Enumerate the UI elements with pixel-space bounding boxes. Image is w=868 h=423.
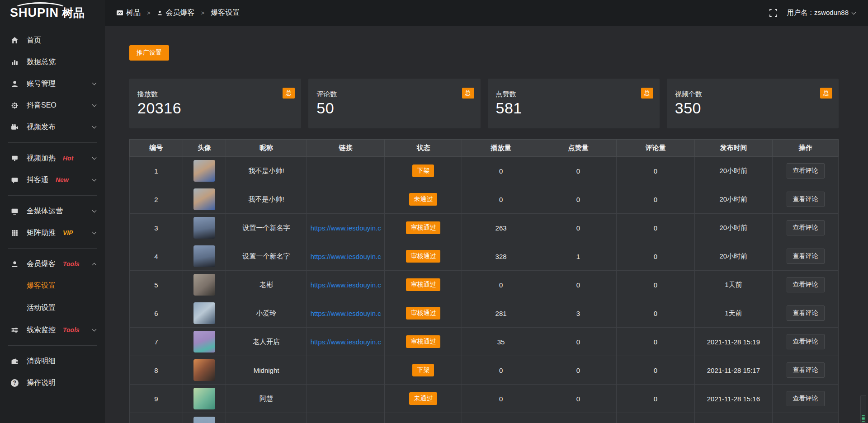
sliders-icon — [11, 326, 19, 334]
video-link[interactable]: https://www.iesdouyin.c — [307, 310, 384, 317]
sidebar-item-label: 矩阵助推 — [27, 228, 56, 238]
sidebar-item-home[interactable]: 首页 — [0, 29, 105, 51]
sidebar-item-label: 会员爆客 — [27, 259, 56, 269]
user-icon — [157, 10, 163, 16]
scroll-indicator[interactable] — [860, 395, 866, 423]
view-comments-button[interactable]: 查看评论 — [787, 249, 825, 264]
sidebar-item-label: 操作说明 — [27, 378, 56, 388]
column-header: 评论量 — [617, 140, 694, 157]
app-logo: SHUPIN 树品 — [0, 0, 105, 25]
nickname: 我不是小帅! — [226, 185, 307, 214]
sidebar-item-douketong[interactable]: 抖客通 New — [0, 169, 105, 191]
sidebar-item-label: 消费明细 — [27, 357, 56, 366]
table-row: 3 设置一个新名字 https://www.iesdouyin.c 审核通过 2… — [130, 214, 839, 242]
menu-divider — [8, 248, 97, 249]
breadcrumb-item-member-baoke[interactable]: 会员爆客 — [157, 8, 211, 18]
sidebar-subitem-activity-settings[interactable]: 活动设置 — [0, 297, 105, 319]
status-badge: 审核通过 — [406, 307, 440, 320]
sidebar-item-account-mgmt[interactable]: 账号管理 — [0, 73, 105, 94]
view-comments-button[interactable]: 查看评论 — [787, 334, 825, 349]
status-badge: 未通过 — [409, 193, 437, 206]
menu-divider — [8, 142, 97, 143]
likes-count — [540, 413, 616, 423]
sidebar-subitem-baoke-settings[interactable]: 爆客设置 — [0, 275, 105, 297]
video-link[interactable]: https://www.iesdouyin.c — [307, 281, 384, 289]
video-link[interactable]: https://www.iesdouyin.c — [307, 253, 384, 260]
video-link[interactable]: https://www.iesdouyin.c — [307, 224, 384, 232]
sidebar-item-video-heat[interactable]: 视频加热 Hot — [0, 147, 105, 169]
status-badge: 审核通过 — [406, 278, 440, 291]
user-menu[interactable]: 用户名：zswodun88 — [787, 9, 855, 17]
publish-time: 2021-11-28 15:16 — [694, 385, 772, 413]
row-number: 1 — [130, 157, 183, 185]
sidebar-item-media-operation[interactable]: 全媒体运营 — [0, 200, 105, 222]
avatar — [193, 417, 215, 423]
plays-count: 0 — [462, 157, 540, 185]
likes-count: 0 — [540, 356, 616, 385]
total-badge: 总 — [283, 88, 295, 99]
stat-label: 点赞数 — [496, 90, 651, 99]
display-icon — [11, 155, 19, 162]
sidebar-item-douyin-seo[interactable]: 抖音SEO — [0, 94, 105, 116]
stat-value: 50 — [316, 99, 472, 117]
view-comments-button[interactable]: 查看评论 — [787, 362, 825, 378]
stat-value: 581 — [496, 99, 651, 117]
sidebar-subitem-label: 活动设置 — [27, 303, 56, 313]
sidebar-item-clue-monitor[interactable]: 线索监控 Tools — [0, 319, 105, 341]
sidebar-item-video-publish[interactable]: 视频发布 — [0, 116, 105, 138]
table-row: 8 Midnight 下架 0 0 0 2021-11-28 15:17 查看评… — [130, 356, 839, 385]
column-header: 状态 — [385, 140, 462, 157]
view-comments-button[interactable]: 查看评论 — [787, 306, 825, 321]
grid-icon — [11, 229, 19, 237]
sidebar-item-matrix-boost[interactable]: 矩阵助推 VIP — [0, 222, 105, 244]
sidebar-item-consumption-details[interactable]: 消费明细 — [0, 350, 105, 372]
menu-divider — [8, 345, 97, 346]
main-content: 推广设置 播放数 20316 总 评论数 50 总 点赞数 581 总 视频个数… — [105, 26, 868, 423]
question-circle-icon: ? — [11, 379, 19, 387]
comments-count: 0 — [617, 185, 694, 214]
status-badge: 审核通过 — [406, 335, 440, 348]
view-comments-button[interactable]: 查看评论 — [787, 220, 825, 235]
row-number: 2 — [130, 185, 183, 214]
table-row: 1 我不是小帅! 下架 0 0 0 20小时前 查看评论 — [130, 157, 839, 185]
view-comments-button[interactable]: 查看评论 — [787, 163, 825, 179]
sidebar-item-member-baoke[interactable]: 会员爆客 Tools — [0, 253, 105, 275]
plays-count — [462, 413, 540, 423]
table-row: 9 阿慧 未通过 0 0 0 2021-11-28 15:16 查看评论 — [130, 385, 839, 413]
column-header: 编号 — [130, 140, 183, 157]
fullscreen-icon[interactable] — [769, 9, 777, 17]
nickname: 老人开店 — [226, 328, 307, 356]
status-badge: 审核通过 — [406, 221, 440, 234]
total-badge: 总 — [462, 88, 474, 99]
sidebar-subitem-label: 爆客设置 — [27, 281, 56, 291]
view-comments-button[interactable]: 查看评论 — [787, 277, 825, 292]
status-badge: 未通过 — [409, 392, 437, 405]
plays-count: 0 — [462, 356, 540, 385]
sidebar-item-instructions[interactable]: ? 操作说明 — [0, 372, 105, 394]
home-icon — [11, 37, 19, 44]
breadcrumb-label: 会员爆客 — [166, 8, 195, 18]
stat-value: 20316 — [137, 99, 293, 117]
stat-card-plays: 播放数 20316 总 — [129, 79, 301, 128]
comments-count — [617, 413, 694, 423]
breadcrumb-item-shupin[interactable]: 树品 — [117, 8, 157, 18]
nickname — [226, 413, 307, 423]
promotion-settings-button[interactable]: 推广设置 — [129, 45, 169, 61]
view-comments-button[interactable]: 查看评论 — [787, 192, 825, 207]
likes-count: 0 — [540, 328, 616, 356]
breadcrumb-item-baoke-settings: 爆客设置 — [211, 8, 240, 18]
chat-icon — [11, 176, 19, 184]
user-icon — [11, 260, 19, 268]
plays-count: 35 — [462, 328, 540, 356]
video-link[interactable]: https://www.iesdouyin.c — [307, 338, 384, 346]
sidebar-item-data-overview[interactable]: 数据总览 — [0, 51, 105, 73]
view-comments-button[interactable]: 查看评论 — [787, 391, 825, 406]
chevron-up-icon — [92, 263, 97, 267]
publish-time: 2021-11-28 15:17 — [694, 356, 772, 385]
plays-count: 0 — [462, 185, 540, 214]
likes-count: 0 — [540, 185, 616, 214]
bar-chart-icon — [11, 58, 19, 66]
tools-tag: Tools — [63, 260, 80, 268]
column-header: 点赞量 — [540, 140, 616, 157]
chevron-down-icon — [92, 327, 97, 332]
